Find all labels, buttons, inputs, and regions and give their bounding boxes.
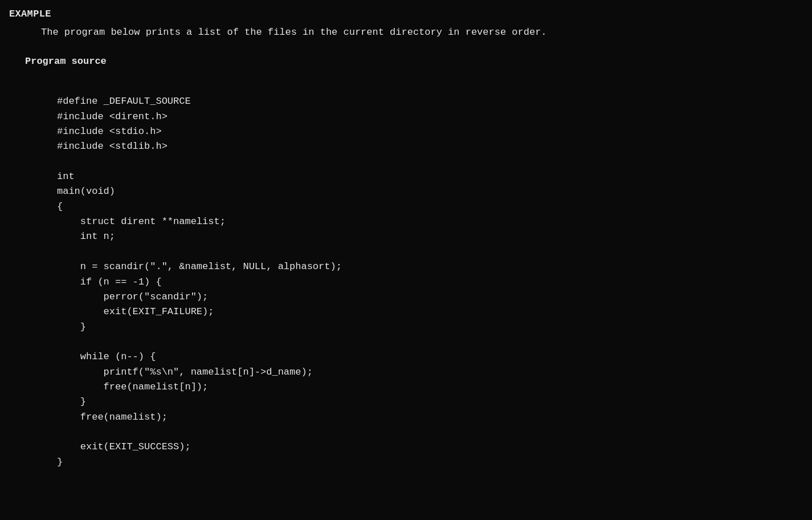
code-line: exit(EXIT_FAILURE); [57,304,803,319]
page-content: EXAMPLE The program below prints a list … [9,7,803,470]
code-line: n = scandir(".", &namelist, NULL, alphas… [57,259,803,274]
code-line: } [57,320,803,335]
code-line: #include <stdio.h> [57,124,803,139]
program-source-label: Program source [9,54,803,69]
code-block: #define _DEFAULT_SOURCE#include <dirent.… [9,79,803,470]
code-line: struct dirent **namelist; [57,214,803,229]
code-line: perror("scandir"); [57,290,803,304]
code-line: int n; [57,229,803,244]
code-line: while (n--) { [57,350,803,364]
intro-text: The program below prints a list of the f… [9,25,803,40]
code-line: } [57,395,803,409]
code-line [57,425,803,440]
code-line [57,155,803,169]
code-line [57,245,803,259]
code-line: #define _DEFAULT_SOURCE [57,94,803,109]
code-line [57,335,803,350]
code-line: } [57,455,803,470]
code-line: free(namelist[n]); [57,380,803,395]
code-line: int [57,169,803,184]
code-line: if (n == -1) { [57,275,803,290]
code-line: main(void) [57,184,803,199]
code-line: #include <dirent.h> [57,109,803,124]
code-line: #include <stdlib.h> [57,139,803,154]
section-header: EXAMPLE [9,7,803,22]
code-line: printf("%s\n", namelist[n]->d_name); [57,365,803,380]
code-line: { [57,200,803,214]
code-line: exit(EXIT_SUCCESS); [57,440,803,454]
code-line: free(namelist); [57,410,803,425]
code-line [57,79,803,94]
